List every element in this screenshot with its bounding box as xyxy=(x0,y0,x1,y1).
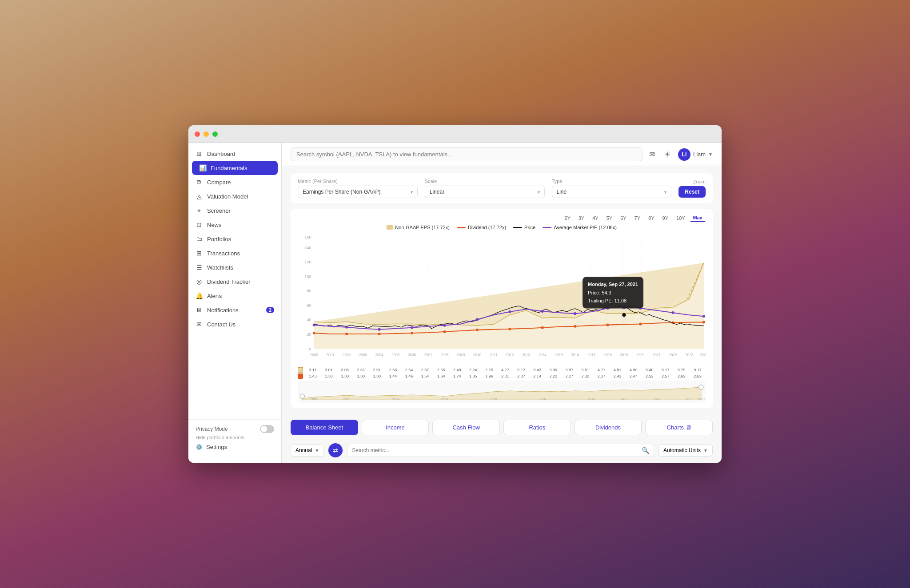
controls-row: Metric (Per Share) Earnings Per Share (N… xyxy=(291,173,713,203)
sidebar-item-portfolios[interactable]: 🗂 Portfolios xyxy=(188,232,281,246)
eps-value: 5.79 xyxy=(674,368,690,372)
tooltip-dot-pe xyxy=(622,306,626,309)
eps-value: 4.81 xyxy=(609,368,625,372)
dividend-dot xyxy=(574,325,576,328)
dividend-dot xyxy=(313,332,315,334)
sidebar-label-transactions: Transactions xyxy=(207,250,240,257)
tab-charts[interactable]: Charts 🖥 xyxy=(645,420,713,435)
div-value: 2.62 xyxy=(690,374,706,378)
dividend-dot xyxy=(345,333,348,335)
div-value: 1.38 xyxy=(337,374,353,378)
type-select[interactable]: Line ▾ xyxy=(552,186,672,198)
sidebar-item-watchlists[interactable]: ☰ Watchlists xyxy=(188,260,281,274)
units-select[interactable]: Automatic Units ▼ xyxy=(659,444,713,457)
eps-value: 4.71 xyxy=(593,368,609,372)
zoom-btn-Max[interactable]: Max xyxy=(690,214,706,222)
svg-text:2022: 2022 xyxy=(669,353,677,357)
period-select[interactable]: Annual ▼ xyxy=(291,444,324,457)
sidebar-item-compare[interactable]: ⧉ Compare xyxy=(188,175,281,189)
sidebar-label-watchlists: Watchlists xyxy=(207,264,233,271)
main-layout: ⊞ Dashboard 📊 Fundamentals ⧉ Compare ◬ V… xyxy=(188,143,722,463)
settings-item[interactable]: ⚙️ Settings xyxy=(196,440,274,454)
maximize-button[interactable] xyxy=(212,131,218,137)
mini-chart[interactable]: 2001 2002 2004 2006 2008 2010 2014 2017 … xyxy=(298,381,706,403)
metric-search-input[interactable] xyxy=(352,447,638,453)
eps-value: 4.77 xyxy=(497,368,513,372)
zoom-btn-3Y[interactable]: 3Y xyxy=(575,214,587,222)
eps-value: 3.87 xyxy=(561,368,577,372)
reset-button[interactable]: Reset xyxy=(679,186,706,198)
sidebar-item-contact[interactable]: ✉ Contact Us xyxy=(188,317,281,331)
scale-select[interactable]: Linear ▾ xyxy=(425,186,545,198)
tab-dividends[interactable]: Dividends xyxy=(575,420,642,435)
zoom-btn-6Y[interactable]: 6Y xyxy=(617,214,629,222)
svg-text:2008: 2008 xyxy=(490,397,497,401)
zoom-btn-4Y[interactable]: 4Y xyxy=(589,214,601,222)
dividend-dot xyxy=(378,333,381,335)
zoom-btn-8Y[interactable]: 8Y xyxy=(645,214,657,222)
mail-icon[interactable]: ✉ xyxy=(648,150,657,159)
chart-svg-wrapper: 0 20 40 60 80 100 120 140 160 xyxy=(298,234,706,365)
sidebar-label-dashboard: Dashboard xyxy=(207,151,235,157)
svg-text:2005: 2005 xyxy=(391,353,400,357)
sidebar-item-dividend[interactable]: ◎ Dividend Tracker xyxy=(188,274,281,289)
symbol-search-input[interactable] xyxy=(291,147,643,161)
eps-value: 5.17 xyxy=(658,368,674,372)
topbar: ✉ ☀ LI Liam ▼ xyxy=(282,143,722,166)
sidebar-item-transactions[interactable]: ⊞ Transactions xyxy=(188,246,281,260)
sidebar-label-valuation: Valuation Model xyxy=(207,193,248,200)
svg-text:60: 60 xyxy=(307,303,311,308)
zoom-btn-9Y[interactable]: 9Y xyxy=(659,214,671,222)
eps-value: 5.40 xyxy=(642,368,658,372)
zoom-btn-5Y[interactable]: 5Y xyxy=(603,214,615,222)
svg-text:2020: 2020 xyxy=(636,353,645,357)
sidebar-item-valuation[interactable]: ◬ Valuation Model xyxy=(188,189,281,203)
eps-value: 2.24 xyxy=(465,368,481,372)
theme-icon[interactable]: ☀ xyxy=(663,150,672,159)
div-value: 2.42 xyxy=(609,374,625,378)
minimize-button[interactable] xyxy=(204,131,209,137)
div-value: 2.07 xyxy=(513,374,529,378)
div-value: 2.22 xyxy=(545,374,561,378)
zoom-btn-7Y[interactable]: 7Y xyxy=(631,214,643,222)
zoom-btn-2Y[interactable]: 2Y xyxy=(561,214,573,222)
div-value: 2.14 xyxy=(529,374,545,378)
close-button[interactable] xyxy=(195,131,200,137)
tab-income[interactable]: Income xyxy=(362,420,429,435)
privacy-toggle[interactable] xyxy=(260,425,274,433)
tab-balance[interactable]: Balance Sheet xyxy=(291,420,358,435)
pe-dot xyxy=(411,326,413,329)
sidebar-item-fundamentals[interactable]: 📊 Fundamentals xyxy=(192,161,278,175)
zoom-btn-10Y[interactable]: 10Y xyxy=(673,214,688,222)
legend-label-dividend: Dividend (17.72x) xyxy=(468,225,506,230)
sidebar-item-news[interactable]: ⊡ News xyxy=(188,218,281,232)
mini-chart-right-handle[interactable] xyxy=(699,385,703,389)
settings-label: Settings xyxy=(206,444,227,450)
contact-icon: ✉ xyxy=(196,321,203,328)
eps-value: 3.99 xyxy=(545,368,561,372)
sidebar-item-screener[interactable]: ⌖ Screener xyxy=(188,203,281,218)
zoom-buttons: 2Y3Y4Y5Y6Y7Y8Y9Y10YMax xyxy=(298,214,706,222)
metric-select[interactable]: Earnings Per Share (Non-GAAP) ▾ xyxy=(298,186,418,198)
user-menu[interactable]: LI Liam ▼ xyxy=(678,148,713,161)
news-icon: ⊡ xyxy=(196,221,203,228)
tab-cashflow[interactable]: Cash Flow xyxy=(432,420,500,435)
sidebar-bottom: Privacy Mode Hide portfolio amounts ⚙️ S… xyxy=(188,419,281,459)
swap-button[interactable]: ⇄ xyxy=(328,443,343,457)
svg-text:2010: 2010 xyxy=(473,353,482,357)
dividend-dot xyxy=(607,324,609,326)
dividend-dot xyxy=(639,323,642,326)
eps-value: 3.11 xyxy=(305,368,321,372)
svg-text:2014: 2014 xyxy=(588,397,595,401)
svg-text:2012: 2012 xyxy=(506,353,514,357)
tab-ratios[interactable]: Ratios xyxy=(503,420,571,435)
dividend-dot xyxy=(541,326,544,329)
sidebar-item-dashboard[interactable]: ⊞ Dashboard xyxy=(188,147,281,161)
sidebar-item-alerts[interactable]: 🔔 Alerts xyxy=(188,289,281,303)
mini-chart-left-handle[interactable] xyxy=(300,394,304,398)
svg-text:2019: 2019 xyxy=(620,353,628,357)
sidebar-item-notifications[interactable]: 🖥 Notifications 2 xyxy=(188,303,281,317)
pe-dot xyxy=(508,310,511,313)
scale-control: Scale Linear ▾ xyxy=(425,179,545,198)
svg-text:0: 0 xyxy=(309,347,311,351)
